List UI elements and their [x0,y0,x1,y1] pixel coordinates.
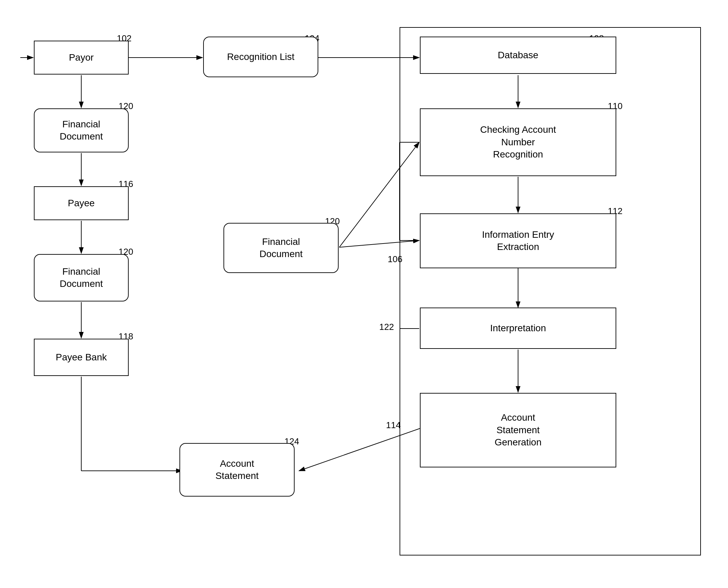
ref-114: 114 [386,420,401,430]
payee-box: Payee [34,186,129,220]
account-stmt-gen-box: AccountStatementGeneration [420,393,616,467]
interpretation-box: Interpretation [420,308,616,349]
payor-box: Payor [34,41,129,75]
database-box: Database [420,37,616,74]
financial-doc-3-box: FinancialDocument [34,254,129,301]
info-entry-box: Information EntryExtraction [420,213,616,268]
payee-bank-box: Payee Bank [34,339,129,376]
account-stmt-box: AccountStatement [179,443,295,497]
diagram-container: 102 104 108 120 116 120 118 120 110 112 … [14,14,714,576]
ref-122: 122 [379,322,394,332]
financial-doc-center-box: FinancialDocument [223,223,339,273]
ref-106: 106 [388,254,402,265]
financial-doc-1-box: FinancialDocument [34,108,129,152]
recognition-list-box: Recognition List [203,37,318,77]
outer-rect [400,27,701,555]
checking-account-box: Checking AccountNumberRecognition [420,108,616,176]
